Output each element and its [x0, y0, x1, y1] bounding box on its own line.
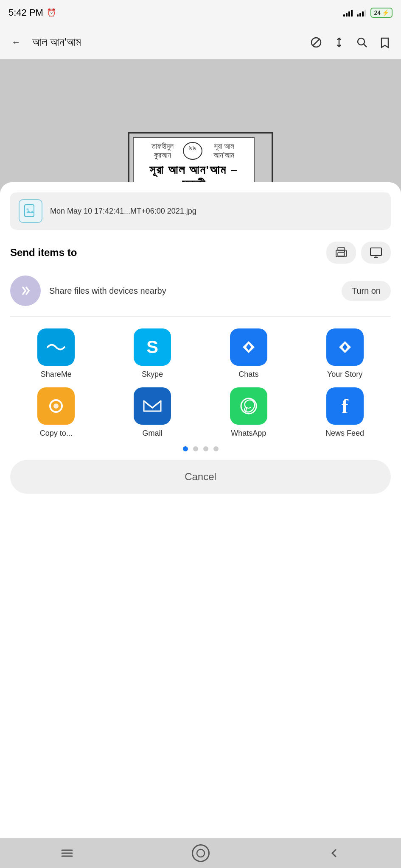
whatsapp-label: WhatsApp	[231, 429, 266, 438]
svg-rect-5	[25, 205, 34, 217]
app-chats[interactable]: Chats	[203, 328, 295, 379]
chats-label: Chats	[238, 370, 258, 379]
svg-rect-8	[338, 253, 345, 256]
app-copyto[interactable]: Copy to...	[10, 387, 102, 438]
battery-icon: ⚡	[382, 9, 389, 16]
copyto-icon	[37, 387, 75, 425]
dot-2	[193, 446, 198, 451]
newsfeed-label: News Feed	[325, 429, 364, 438]
print-button[interactable]	[326, 242, 356, 264]
yourstory-icon	[326, 328, 364, 366]
nearby-icon	[10, 275, 41, 306]
svg-point-17	[53, 403, 59, 409]
app-bar: ← আল আন'আম	[0, 25, 401, 59]
file-name: Mon May 10 17:42:41...MT+06:00 2021.jpg	[50, 207, 382, 216]
rotate-icon[interactable]	[308, 35, 324, 50]
app-gmail[interactable]: Gmail	[107, 387, 199, 438]
app-yourstory[interactable]: Your Story	[299, 328, 391, 379]
app-skype[interactable]: S Skype	[107, 328, 199, 379]
nearby-text: Share files with devices nearby	[49, 285, 333, 297]
nav-bar	[0, 838, 401, 868]
turn-on-button[interactable]: Turn on	[342, 281, 391, 301]
alarm-icon: ⏰	[47, 8, 56, 17]
app-newsfeed[interactable]: f News Feed	[299, 387, 391, 438]
book-right-text: সূরা আল আন'আম	[202, 142, 245, 160]
gmail-icon	[134, 387, 171, 425]
dot-4	[213, 446, 219, 451]
file-preview: Mon May 10 17:42:41...MT+06:00 2021.jpg	[10, 192, 391, 230]
svg-point-6	[27, 209, 29, 211]
app-whatsapp[interactable]: WhatsApp	[203, 387, 295, 438]
book-top-row: তাফহীমুল কুরআন ৯৯ সূরা আল আন'আম	[142, 142, 245, 160]
status-time: 5:42 PM ⏰	[8, 7, 56, 18]
send-actions	[326, 242, 391, 264]
svg-line-1	[313, 39, 320, 46]
battery-indicator: 24 ⚡	[370, 8, 393, 18]
shareme-label: ShareMe	[41, 370, 72, 379]
screen-button[interactable]	[361, 242, 391, 264]
app-bar-icons	[308, 35, 393, 50]
yourstory-label: Your Story	[327, 370, 362, 379]
nav-back-button[interactable]	[322, 840, 347, 866]
app-shareme[interactable]: ShareMe	[10, 328, 102, 379]
book-center-num: ৯৯	[183, 142, 202, 160]
copyto-label: Copy to...	[40, 429, 73, 438]
nav-menu-button[interactable]	[54, 840, 80, 866]
back-button[interactable]: ←	[8, 35, 24, 50]
nearby-description: Share files with devices nearby	[49, 285, 333, 297]
svg-point-22	[197, 849, 205, 857]
bottom-sheet: Mon May 10 17:42:41...MT+06:00 2021.jpg …	[0, 182, 401, 838]
search-icon[interactable]	[354, 35, 370, 50]
nav-home-circle	[192, 844, 210, 862]
svg-rect-11	[370, 248, 381, 256]
dot-3	[203, 446, 208, 451]
status-bar: 5:42 PM ⏰ 24 ⚡	[0, 0, 401, 25]
gmail-label: Gmail	[143, 429, 163, 438]
svg-point-10	[344, 251, 345, 253]
book-left-text: তাফহীমুল কুরআন	[142, 142, 183, 160]
chats-icon	[230, 328, 267, 366]
shareme-icon	[37, 328, 75, 366]
send-header: Send items to	[10, 242, 391, 264]
dot-1	[183, 446, 188, 451]
signal-bars-2	[357, 9, 366, 17]
app-bar-title: আল আন'আম	[32, 36, 300, 49]
pagination-dots	[10, 446, 391, 451]
svg-point-3	[358, 38, 365, 45]
status-right: 24 ⚡	[343, 8, 393, 18]
send-title: Send items to	[10, 247, 77, 259]
skype-icon: S	[134, 328, 171, 366]
file-icon	[19, 199, 42, 223]
svg-line-4	[364, 44, 367, 47]
cancel-button[interactable]: Cancel	[10, 460, 391, 494]
sort-icon[interactable]	[331, 35, 347, 50]
bookmark-icon[interactable]	[377, 35, 393, 50]
whatsapp-icon	[230, 387, 267, 425]
nav-home-button[interactable]	[188, 840, 213, 866]
newsfeed-icon: f	[326, 387, 364, 425]
signal-bars-1	[343, 9, 353, 17]
skype-label: Skype	[142, 370, 163, 379]
nearby-share-row: Share files with devices nearby Turn on	[10, 275, 391, 317]
apps-grid: ShareMe S Skype Chats Your Story	[10, 328, 391, 438]
